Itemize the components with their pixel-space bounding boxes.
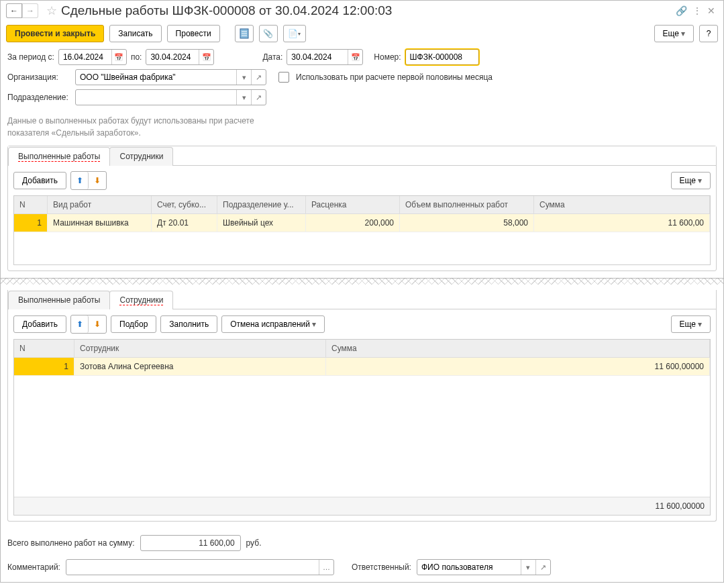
ellipsis-icon[interactable]: … (319, 560, 333, 575)
page-title: Сдельные работы ШФЗК-000008 от 30.04.202… (61, 3, 676, 18)
col-sum: Сумма (326, 340, 710, 357)
help-button[interactable]: ? (699, 25, 718, 42)
add-button[interactable]: Добавить (13, 315, 66, 333)
org-label: Организация: (7, 72, 71, 82)
employees-total: 11 600,00000 (326, 497, 710, 515)
torn-divider (1, 278, 723, 290)
total-field: 11 600,00 (140, 535, 241, 551)
more-button[interactable]: Еще (654, 25, 694, 42)
col-emp: Сотрудник (74, 340, 326, 357)
comment-label: Комментарий: (7, 562, 60, 572)
hint-text: Данные о выполненных работах будут испол… (1, 115, 723, 146)
more-button[interactable]: Еще (671, 172, 711, 189)
total-label: Всего выполнено работ на сумму: (7, 538, 135, 548)
date-field[interactable]: 📅 (287, 49, 363, 65)
total-unit: руб. (246, 538, 262, 548)
dept-field[interactable]: ▾ ↗ (75, 89, 266, 105)
responsible-label: Ответственный: (352, 562, 411, 572)
pick-button[interactable]: Подбор (111, 315, 156, 333)
move-down-button[interactable]: ⬇ (89, 172, 106, 189)
note-icon: 📄 (288, 29, 298, 38)
period-to-field[interactable]: 📅 (146, 49, 214, 65)
period-to-label: по: (131, 52, 142, 62)
favorite-star-icon[interactable]: ☆ (46, 3, 57, 18)
dept-label: Подразделение: (7, 93, 71, 102)
nav-forward-button[interactable]: → (22, 3, 38, 18)
tab-employees[interactable]: Сотрудники (109, 291, 173, 309)
post-button[interactable]: Провести (167, 25, 220, 42)
table-row[interactable]: 1 Зотова Алина Сергеевна 11 600,00000 (14, 358, 710, 376)
period-from-label: За период с: (7, 52, 54, 62)
open-icon[interactable]: ↗ (251, 90, 266, 105)
nav-back-button[interactable]: ← (6, 3, 22, 18)
use-half-checkbox[interactable] (278, 72, 289, 83)
number-field[interactable] (405, 49, 479, 65)
col-account: Счет, субко... (152, 196, 217, 213)
move-up-button[interactable]: ⬆ (71, 172, 89, 189)
write-button[interactable]: Записать (109, 25, 161, 42)
responsible-field[interactable]: ▾ ↗ (417, 559, 551, 575)
open-icon[interactable]: ↗ (251, 70, 266, 85)
comment-field[interactable]: … (66, 559, 334, 575)
date-label: Дата: (262, 52, 282, 62)
move-up-button[interactable]: ⬆ (71, 315, 89, 333)
dropdown-icon[interactable]: ▾ (236, 90, 251, 105)
use-half-label: Использовать при расчете первой половины… (296, 72, 493, 82)
col-n: N (14, 340, 74, 357)
fill-button[interactable]: Заполнить (160, 315, 217, 333)
print-icon-button[interactable]: 📄▾ (283, 25, 306, 42)
period-from-field[interactable]: 📅 (58, 49, 127, 65)
close-icon[interactable]: ✕ (707, 5, 715, 16)
calendar-icon[interactable]: 📅 (199, 50, 213, 64)
more-button[interactable]: Еще (671, 315, 711, 333)
tab-works[interactable]: Выполненные работы (8, 147, 110, 166)
col-dept: Подразделение у... (217, 196, 306, 213)
org-field[interactable]: ▾ ↗ (75, 69, 266, 85)
post-and-close-button[interactable]: Провести и закрыть (6, 25, 104, 42)
calendar-icon[interactable]: 📅 (348, 50, 362, 64)
kebab-menu-icon[interactable]: ⋮ (692, 5, 702, 16)
move-down-button[interactable]: ⬇ (89, 315, 106, 333)
col-type: Вид работ (48, 196, 152, 213)
col-n: N (14, 196, 48, 213)
paperclip-icon-button[interactable]: 📎 (259, 25, 278, 42)
calendar-icon[interactable]: 📅 (111, 50, 126, 64)
tab-employees[interactable]: Сотрудники (109, 147, 173, 166)
document-icon-button[interactable] (235, 25, 254, 42)
dropdown-icon[interactable]: ▾ (236, 70, 251, 85)
tab-works[interactable]: Выполненные работы (8, 291, 110, 309)
open-icon[interactable]: ↗ (535, 560, 550, 575)
document-icon (240, 28, 249, 39)
col-volume: Объем выполненных работ (400, 196, 534, 213)
link-icon[interactable]: 🔗 (676, 5, 687, 16)
cancel-corrections-button[interactable]: Отмена исправлений (221, 315, 325, 333)
col-sum: Сумма (534, 196, 710, 213)
number-label: Номер: (374, 52, 401, 62)
table-row[interactable]: 1 Машинная вышивка Дт 20.01 Швейный цех … (14, 214, 710, 232)
dropdown-icon[interactable]: ▾ (521, 560, 535, 575)
col-rate: Расценка (306, 196, 400, 213)
add-button[interactable]: Добавить (13, 172, 66, 189)
paperclip-icon: 📎 (263, 29, 273, 38)
